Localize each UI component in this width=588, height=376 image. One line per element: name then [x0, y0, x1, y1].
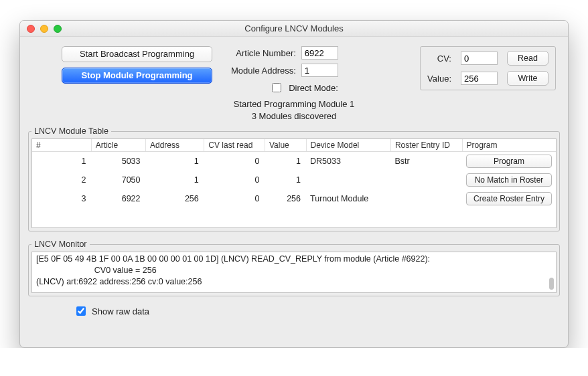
- module-address-label: Module Address:: [231, 66, 296, 76]
- col-value[interactable]: Value: [265, 139, 306, 152]
- article-number-label: Article Number:: [231, 48, 296, 58]
- status-text: Started Programming Module 1 3 Modules d…: [27, 98, 561, 122]
- table-row[interactable]: 27050101No Match in Roster: [32, 171, 556, 189]
- direct-mode-label: Direct Mode:: [289, 83, 338, 93]
- content-area: Start Broadcast Programming Stop Module …: [20, 37, 568, 347]
- module-fields: Article Number: Module Address: Direct M…: [231, 46, 338, 94]
- minimize-icon[interactable]: [40, 25, 48, 33]
- module-table: # Article Address CV last read Value Dev…: [32, 139, 556, 208]
- titlebar: Configure LNCV Modules: [20, 21, 568, 37]
- cell-program: Program: [462, 152, 556, 171]
- module-table-legend: LNCV Module Table: [31, 126, 111, 136]
- module-table-group: LNCV Module Table # Article Address CV l…: [28, 126, 560, 231]
- article-number-input[interactable]: [301, 46, 338, 60]
- table-header-row: # Article Address CV last read Value Dev…: [32, 139, 556, 152]
- col-model[interactable]: Device Model: [306, 139, 390, 152]
- cell-address: 256: [146, 189, 204, 208]
- col-program[interactable]: Program: [462, 139, 556, 152]
- cell-model: [306, 171, 390, 189]
- cell-roster: [390, 189, 462, 208]
- app-window: Configure LNCV Modules Start Broadcast P…: [19, 20, 569, 348]
- module-address-input[interactable]: [301, 64, 338, 77]
- programming-buttons: Start Broadcast Programming Stop Module …: [62, 46, 212, 84]
- cell-cvlast: 0: [204, 189, 265, 208]
- module-table-container: # Article Address CV last read Value Dev…: [31, 138, 557, 228]
- cell-article: 7050: [91, 171, 145, 189]
- col-address[interactable]: Address: [146, 139, 204, 152]
- col-cvlast[interactable]: CV last read: [204, 139, 265, 152]
- window-controls: [27, 25, 62, 33]
- cell-num: 1: [32, 152, 91, 171]
- program-row-button[interactable]: No Match in Roster: [466, 173, 552, 187]
- col-num[interactable]: #: [32, 139, 91, 152]
- col-article[interactable]: Article: [91, 139, 145, 152]
- program-row-button[interactable]: Program: [466, 155, 552, 168]
- cell-address: 1: [146, 171, 204, 189]
- cell-value: 1: [265, 152, 306, 171]
- monitor-group: LNCV Monitor [E5 0F 05 49 4B 1F 00 0A 1B…: [28, 240, 560, 296]
- monitor-text[interactable]: [E5 0F 05 49 4B 1F 00 0A 1B 00 00 00 01 …: [31, 252, 557, 293]
- start-broadcast-button[interactable]: Start Broadcast Programming: [62, 46, 212, 62]
- cell-num: 2: [32, 171, 91, 189]
- zoom-icon[interactable]: [54, 25, 62, 33]
- cell-program: Create Roster Entry: [462, 189, 556, 208]
- cell-roster: Bstr: [390, 152, 462, 171]
- top-panel: Start Broadcast Programming Stop Module …: [27, 42, 561, 97]
- cv-label: CV:: [427, 54, 451, 64]
- scrollbar-thumb[interactable]: [549, 278, 554, 290]
- cell-cvlast: 0: [204, 152, 265, 171]
- close-icon[interactable]: [27, 25, 35, 33]
- cell-roster: [390, 171, 462, 189]
- cell-address: 1: [146, 152, 204, 171]
- monitor-legend: LNCV Monitor: [31, 240, 90, 249]
- cell-model: Turnout Module: [306, 189, 390, 208]
- status-line-1: Started Programming Module 1: [27, 98, 561, 110]
- col-roster[interactable]: Roster Entry ID: [390, 139, 462, 152]
- cell-model: DR5033: [306, 152, 390, 171]
- cell-value: 1: [265, 171, 306, 189]
- cv-input[interactable]: [461, 52, 498, 65]
- write-button[interactable]: Write: [507, 71, 548, 86]
- cv-panel: CV: Read Value: Write: [420, 46, 556, 90]
- table-row[interactable]: 369222560256Turnout ModuleCreate Roster …: [32, 189, 556, 208]
- cell-program: No Match in Roster: [462, 171, 556, 189]
- show-raw-row: Show raw data: [74, 304, 561, 318]
- show-raw-label: Show raw data: [92, 306, 149, 316]
- table-row[interactable]: 15033101DR5033BstrProgram: [32, 152, 556, 171]
- program-row-button[interactable]: Create Roster Entry: [466, 192, 552, 205]
- cell-num: 3: [32, 189, 91, 208]
- status-line-2: 3 Modules discovered: [27, 110, 561, 122]
- value-input[interactable]: [461, 72, 498, 85]
- cell-cvlast: 0: [204, 171, 265, 189]
- cell-value: 256: [265, 189, 306, 208]
- cell-article: 5033: [91, 152, 145, 171]
- cell-article: 6922: [91, 189, 145, 208]
- read-button[interactable]: Read: [507, 51, 548, 66]
- show-raw-checkbox[interactable]: [76, 306, 86, 316]
- direct-mode-checkbox[interactable]: [272, 83, 281, 92]
- window-title: Configure LNCV Modules: [20, 23, 568, 33]
- stop-module-button[interactable]: Stop Module Programming: [62, 68, 212, 84]
- value-label: Value:: [427, 74, 451, 84]
